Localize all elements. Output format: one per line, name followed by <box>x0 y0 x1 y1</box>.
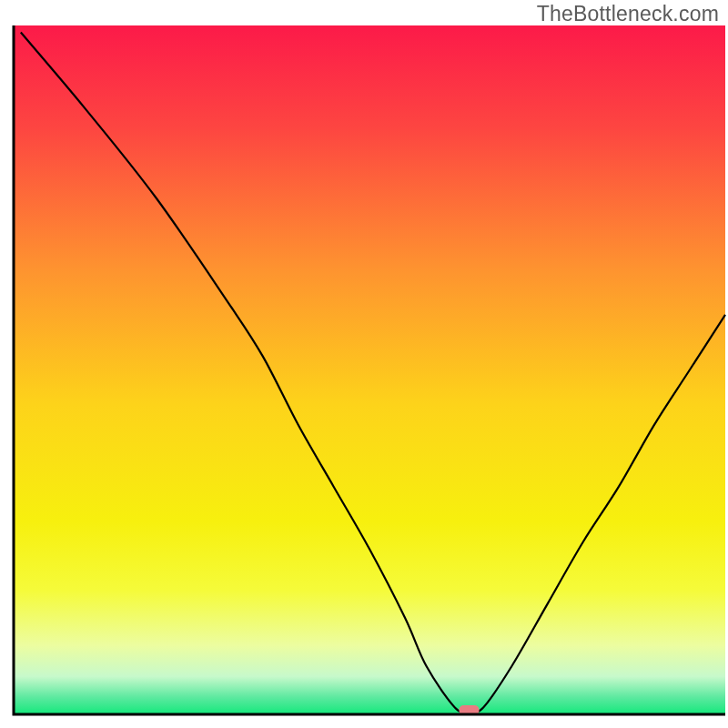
bottleneck-chart <box>0 0 728 728</box>
plot-background <box>14 25 725 714</box>
watermark-text: TheBottleneck.com <box>537 2 719 26</box>
